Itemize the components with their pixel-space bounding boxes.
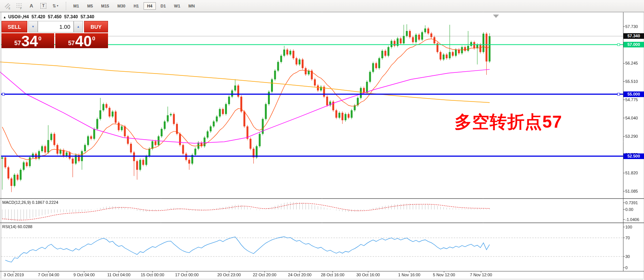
price-axis-label: 51.085 <box>625 189 638 193</box>
text-label-icon[interactable]: T <box>38 1 49 10</box>
time-axis-label: 7 Oct 04:00 <box>38 273 59 277</box>
mt4-chart-window: EFAT⇅▾ M1M5M15M30H1H4D1W1MN ▲ USOil-,H4 … <box>0 0 644 280</box>
time-axis-label: 7 Nov 12:00 <box>470 273 492 277</box>
timeframe-toolbar: M1M5M15M30H1H4D1W1MN <box>69 2 199 10</box>
equidistant-channel-icon[interactable]: E <box>2 1 13 10</box>
price-axis-label: 51.820 <box>625 171 638 175</box>
timeframe-button-d1[interactable]: D1 <box>157 2 169 10</box>
blue-level-52.5-badge: 52.500 <box>623 153 644 159</box>
time-axis-label: 22 Oct 20:00 <box>253 273 277 277</box>
price-axis-label: 54.040 <box>625 116 638 120</box>
timeframe-button-mn[interactable]: MN <box>185 2 198 10</box>
buy-price-pips: 40 <box>75 35 92 48</box>
line-studies-toolbar: EFAT⇅▾ <box>2 1 62 10</box>
toolbar-separator <box>66 2 66 10</box>
buy-price-point: 0 <box>92 35 95 41</box>
quote-header: ▲ USOil-,H4 57.420 57.450 57.340 57.340 <box>3 14 94 19</box>
quote-close: 57.340 <box>80 14 94 19</box>
arrows-icon[interactable]: ⇅▾ <box>50 1 61 10</box>
one-click-trading-panel: SELL ▼ 1.00 ▲ BUY 57 34 0 57 40 0 <box>1 21 108 48</box>
sell-price-major: 57 <box>14 40 21 47</box>
timeframe-button-h4[interactable]: H4 <box>144 2 155 10</box>
time-axis-label: 1 Nov 16:00 <box>398 273 420 277</box>
time-axis-label: 5 Nov 12:00 <box>433 273 455 277</box>
time-axis-label: 9 Oct 04:00 <box>74 273 95 277</box>
time-axis-label: 15 Oct 00:00 <box>141 273 164 277</box>
sell-price-point: 0 <box>38 35 41 41</box>
text-icon[interactable]: A <box>26 1 37 10</box>
fibonacci-retracement-icon[interactable]: F <box>14 1 25 10</box>
macd-axis-label: -1.0406 <box>625 217 639 222</box>
blue-level-55-badge: 55.000 <box>623 91 644 97</box>
buy-button[interactable]: BUY <box>84 21 108 32</box>
symbol-period-label: USOil-,H4 <box>8 14 29 19</box>
buy-price-button[interactable]: 57 40 0 <box>55 33 108 48</box>
timeframe-button-m5[interactable]: M5 <box>84 2 96 10</box>
rsi-axis-label: 100 <box>625 225 632 229</box>
time-axis-label: 20 Oct 23:00 <box>218 273 241 277</box>
macd-indicator-label: MACD(12,26,9) 0.1867 0.2224 <box>2 200 58 205</box>
buy-price-major: 57 <box>68 40 75 47</box>
price-axis-label: 57.730 <box>625 24 638 29</box>
time-axis-label: 24 Oct 20:00 <box>288 273 312 277</box>
sell-price-button[interactable]: 57 34 0 <box>1 33 54 48</box>
time-axis-label: 17 Oct 00:00 <box>175 273 199 277</box>
timeframe-button-w1[interactable]: W1 <box>171 2 184 10</box>
sell-button[interactable]: SELL <box>1 21 27 32</box>
price-axis-label: 55.510 <box>625 79 638 84</box>
price-axis-label: 53.290 <box>625 134 638 139</box>
quote-open: 57.420 <box>31 14 45 19</box>
macd-axis-label: 0.7391 <box>625 200 638 205</box>
green-level-badge: 57.000 <box>623 42 644 47</box>
sell-price-pips: 34 <box>21 35 38 48</box>
time-axis-label: 3 Oct 2019 <box>4 273 24 277</box>
toolbar: EFAT⇅▾ M1M5M15M30H1H4D1W1MN <box>0 0 644 12</box>
price-axis-label: 56.245 <box>625 61 638 65</box>
chart-text-annotation[interactable]: 多空转折点57 <box>455 113 562 130</box>
collapse-panel-icon[interactable]: ▲ <box>3 15 6 19</box>
timeframe-button-m30[interactable]: M30 <box>114 2 129 10</box>
volume-down-button[interactable]: ▼ <box>28 21 38 32</box>
timeframe-button-h1[interactable]: H1 <box>130 2 142 10</box>
quote-low: 57.340 <box>64 14 78 19</box>
svg-text:E: E <box>9 7 10 10</box>
quote-high: 57.450 <box>48 14 62 19</box>
time-axis-label: 11 Oct 04:00 <box>107 273 130 277</box>
timeframe-button-m15[interactable]: M15 <box>98 2 113 10</box>
volume-up-button[interactable]: ▲ <box>74 21 83 32</box>
macd-axis-label: 0.00 <box>625 207 633 212</box>
time-axis-label: 28 Oct 16:00 <box>321 273 345 277</box>
rsi-axis-label: 0 <box>625 265 628 270</box>
current-price-badge: 57.340 <box>623 33 644 39</box>
rsi-indicator-label: RSI(14) 60.0288 <box>2 224 33 229</box>
chart-shift-marker-icon[interactable] <box>493 15 499 18</box>
rsi-axis-label: 30 <box>625 254 630 259</box>
svg-text:F: F <box>20 7 22 10</box>
time-axis-label: 30 Oct 16:00 <box>357 273 380 277</box>
price-axis-label: 54.775 <box>625 97 638 102</box>
rsi-axis-label: 70 <box>625 236 630 240</box>
volume-input[interactable]: 1.00 <box>38 21 74 32</box>
timeframe-button-m1[interactable]: M1 <box>70 2 82 10</box>
